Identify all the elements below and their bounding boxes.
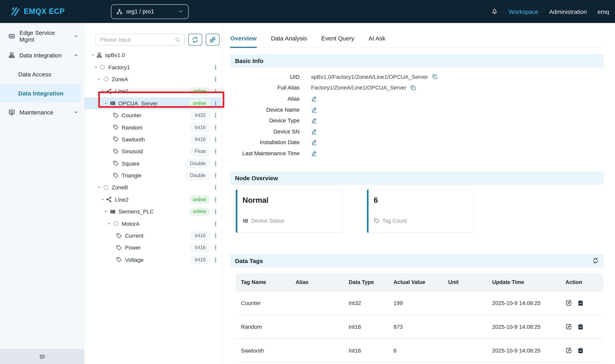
caret-down-icon[interactable]	[103, 101, 108, 105]
org-project-selector[interactable]: org1 / pro1	[111, 4, 188, 19]
info-label: Installation Date	[230, 139, 300, 145]
tree-node-Voltage[interactable]: VoltageInt16	[84, 254, 222, 266]
kebab-menu-icon[interactable]	[212, 125, 219, 130]
tag-count-value: 6	[374, 196, 467, 205]
write-tag-icon[interactable]	[565, 347, 572, 354]
kebab-menu-icon[interactable]	[212, 245, 219, 250]
clipboard-check-icon[interactable]	[577, 324, 584, 330]
tree-node-ZoneB[interactable]: ZoneB	[84, 182, 222, 194]
cell-data_type: Int16	[343, 324, 388, 330]
write-tag-icon[interactable]	[565, 324, 572, 330]
sidebar-item-data-integration[interactable]: Data Integration	[0, 46, 84, 65]
tree-node-Square[interactable]: SquareDouble	[84, 157, 222, 169]
caret-down-icon[interactable]	[93, 65, 98, 69]
tree-node-Line2[interactable]: Line2online	[84, 194, 222, 206]
nav-administration[interactable]: Administration	[549, 8, 587, 15]
edit-pencil-icon[interactable]	[311, 139, 317, 145]
info-label: Last Maintenance Time	[230, 150, 300, 156]
kebab-menu-icon[interactable]	[212, 209, 219, 214]
kebab-menu-icon[interactable]	[212, 161, 219, 166]
clipboard-check-icon[interactable]	[577, 347, 584, 354]
edit-pencil-icon[interactable]	[311, 117, 317, 124]
kebab-menu-icon[interactable]	[212, 173, 219, 178]
caret-down-icon[interactable]	[107, 221, 112, 226]
top-bar: EMQX ECP org1 / pro1 Workspace Administr…	[0, 0, 615, 23]
caret-down-icon[interactable]	[97, 77, 102, 81]
kebab-menu-icon[interactable]	[212, 221, 219, 226]
kebab-menu-icon[interactable]	[212, 137, 219, 142]
tree-node-Random[interactable]: RandomInt16	[84, 121, 222, 133]
kebab-menu-icon[interactable]	[212, 77, 219, 82]
sidebar-subitem-data-access[interactable]: Data Access	[0, 65, 84, 84]
emqx-ecp-app: EMQX ECP org1 / pro1 Workspace Administr…	[0, 0, 615, 364]
tree-node-Factory1[interactable]: Factory1	[84, 61, 222, 73]
edit-pencil-icon[interactable]	[311, 106, 317, 113]
tree-node-Siemens_PLC[interactable]: Siemens_PLConline	[84, 206, 222, 218]
tree-refresh-button[interactable]	[188, 34, 202, 46]
basic-info-rows: UIDspBv1.0/Factory1/ZoneA/Line1/OPCUA_Se…	[230, 67, 603, 164]
kebab-menu-icon[interactable]	[212, 101, 219, 106]
tree-node-label: Triangle	[122, 172, 142, 179]
kebab-menu-icon[interactable]	[212, 233, 219, 238]
kebab-menu-icon[interactable]	[212, 197, 219, 202]
dashed-circle-icon	[113, 221, 119, 227]
bell-icon[interactable]	[491, 8, 498, 15]
tag-icon	[113, 172, 119, 178]
tree-node-Line1[interactable]: Line1online	[84, 85, 222, 97]
kebab-menu-icon[interactable]	[212, 113, 219, 118]
caret-down-icon[interactable]	[90, 53, 95, 57]
info-label: Full Alias	[230, 85, 300, 91]
kebab-menu-icon[interactable]	[212, 64, 219, 70]
tree-search-box	[95, 34, 185, 46]
info-label: Device SN	[230, 128, 300, 135]
tree-node-ZoneA[interactable]: ZoneA	[84, 73, 222, 85]
tree-search-input[interactable]	[100, 37, 172, 43]
info-value: spBv1.0/Factory1/ZoneA/Line1/OPCUA_Serve…	[311, 74, 428, 80]
brand: EMQX ECP	[10, 6, 65, 17]
collapse-sidebar-icon[interactable]	[39, 353, 46, 360]
basic-info-header: Basic Info	[230, 54, 603, 67]
tree-sync-button[interactable]	[206, 34, 220, 46]
tree-node-MotorA[interactable]: MotorA	[84, 218, 222, 230]
tree-node-Power[interactable]: PowerInt16	[84, 242, 222, 254]
caret-down-icon[interactable]	[100, 198, 105, 202]
kebab-menu-icon[interactable]	[212, 149, 219, 154]
section-title: Node Overview	[235, 175, 278, 182]
basic-info-row: Last Maintenance Time	[230, 148, 603, 159]
edit-pencil-icon[interactable]	[311, 128, 317, 135]
tab-event-query[interactable]: Event Query	[321, 35, 354, 48]
kebab-menu-icon[interactable]	[212, 257, 219, 263]
tab-ai-ask[interactable]: AI Ask	[368, 35, 385, 48]
clipboard-check-icon[interactable]	[577, 300, 584, 306]
sidebar-item-edge-service-mgmt[interactable]: Edge Service Mgmt	[0, 26, 84, 46]
copy-icon[interactable]	[410, 85, 416, 91]
basic-info-row: Device SN	[230, 126, 603, 137]
nav-user-menu[interactable]: emq	[598, 8, 609, 15]
kebab-menu-icon[interactable]	[212, 89, 219, 94]
table-refresh-icon[interactable]	[592, 258, 599, 264]
tab-data-analysis[interactable]: Data Analysis	[271, 35, 307, 48]
tree-node-Sawtooth[interactable]: SawtoothInt16	[84, 133, 222, 145]
device-status-value: Normal	[243, 196, 336, 205]
sidebar-item-maintenance[interactable]: Maintenance	[0, 103, 84, 122]
edit-pencil-icon[interactable]	[311, 150, 317, 156]
tree-node-Current[interactable]: CurrentInt16	[84, 230, 222, 242]
tab-overview[interactable]: Overview	[230, 35, 257, 48]
tree-node-Triangle[interactable]: TriangleDouble	[84, 169, 222, 182]
write-tag-icon[interactable]	[565, 300, 572, 306]
tree-node-OPCUA_Server[interactable]: OPCUA_Serveronline	[84, 97, 222, 109]
tree-node-spBv1.0[interactable]: spBv1.0	[84, 49, 222, 61]
kebab-menu-icon[interactable]	[212, 185, 219, 190]
tree-node-label: OPCUA_Server	[118, 100, 157, 106]
sidebar-subitem-label: Data Integration	[18, 90, 63, 96]
copy-icon[interactable]	[432, 74, 438, 80]
caret-down-icon[interactable]	[103, 210, 108, 214]
nav-workspace[interactable]: Workspace	[509, 8, 538, 15]
action-cell	[560, 300, 603, 306]
caret-down-icon[interactable]	[100, 89, 105, 93]
sidebar-subitem-data-integration[interactable]: Data Integration	[0, 84, 81, 103]
tree-node-Counter[interactable]: CounterInt32	[84, 109, 222, 121]
caret-down-icon[interactable]	[97, 186, 102, 190]
tree-node-Sinusoid[interactable]: SinusoidFloat	[84, 145, 222, 157]
edit-pencil-icon[interactable]	[311, 95, 317, 102]
